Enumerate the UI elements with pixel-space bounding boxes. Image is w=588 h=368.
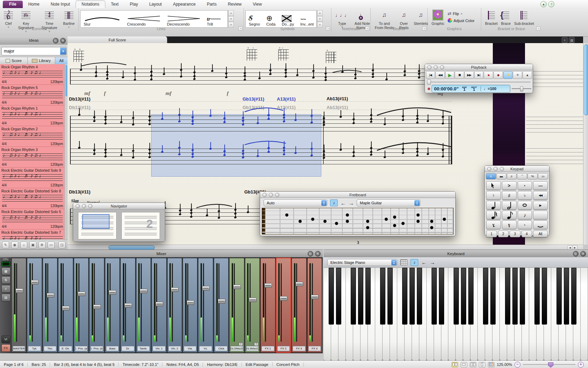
keypad-voice-1[interactable]: 1 bbox=[486, 231, 497, 237]
fretboard-preset-select[interactable]: Auto▲▼ bbox=[264, 199, 327, 206]
piano-black-key[interactable] bbox=[402, 268, 407, 325]
piano-black-key[interactable] bbox=[417, 268, 422, 325]
qwerty-input-icon[interactable] bbox=[400, 259, 407, 265]
piano-black-key[interactable] bbox=[351, 268, 356, 325]
keypad-tab-jazz-articulations[interactable]: % bbox=[527, 173, 538, 179]
fader-handle[interactable] bbox=[280, 296, 287, 301]
keypad-voice-3[interactable]: 3 bbox=[510, 231, 520, 237]
idea-item[interactable]: Rock Electric Guitar Distorted Solo 5♩♫♪… bbox=[0, 209, 65, 230]
keypad-key-flat[interactable]: ♭ bbox=[518, 191, 532, 200]
fretboard-titlebar[interactable]: Fretboard bbox=[260, 192, 455, 198]
follow-notes-toggle[interactable]: ♪ bbox=[330, 199, 338, 206]
clef-button[interactable]: Clef ▼ bbox=[4, 9, 13, 29]
skip-to-end-button[interactable]: ▶| bbox=[474, 71, 484, 79]
piano-black-key[interactable] bbox=[461, 268, 466, 325]
chord-diagram[interactable]: ×○ × bbox=[278, 49, 289, 61]
status-item-concert-pitch[interactable]: Concert Pitch bbox=[273, 362, 304, 367]
performance-button[interactable]: ▲ bbox=[523, 71, 532, 79]
skip-to-start-button[interactable]: |◀ bbox=[426, 71, 435, 79]
fader-handle[interactable] bbox=[202, 286, 210, 291]
keypad-voice-all[interactable]: All bbox=[533, 231, 548, 237]
fader-handle[interactable] bbox=[249, 298, 257, 302]
detach-panel-icon[interactable]: ◱ bbox=[573, 251, 579, 257]
ribbon-tab-notations[interactable]: Notations bbox=[76, 0, 105, 8]
mixer-strip-click-12[interactable]: Click bbox=[214, 258, 229, 353]
status-item-page-1-of-6[interactable]: Page 1 of 6 bbox=[0, 362, 28, 367]
keypad-tab-common-notes[interactable]: o bbox=[486, 173, 496, 179]
note-dot[interactable] bbox=[443, 218, 446, 221]
piano-black-key[interactable] bbox=[483, 268, 488, 325]
minimize-icon[interactable] bbox=[434, 65, 438, 69]
minimize-ribbon-button[interactable]: ▲ bbox=[540, 1, 547, 7]
coda-gallery-item[interactable]: ⊕ Coda bbox=[263, 11, 279, 27]
mixer-strip-tamb-7[interactable]: Tamb. bbox=[136, 258, 151, 353]
keypad-key-blank[interactable] bbox=[533, 211, 548, 219]
mixer-header[interactable]: Mixer ◱✕ bbox=[0, 250, 323, 258]
status-item-bars[interactable]: Bars: 25 bbox=[28, 362, 50, 367]
piano-black-key[interactable] bbox=[365, 268, 371, 325]
dynamic-mark[interactable]: f bbox=[104, 90, 106, 96]
keypad-key-tenuto[interactable]: — bbox=[533, 181, 548, 190]
piano-black-key[interactable] bbox=[564, 268, 569, 325]
gear-icon[interactable]: ⚙ bbox=[38, 241, 46, 248]
playback-titlebar[interactable]: Playback bbox=[425, 64, 533, 70]
ideas-scrollbar[interactable] bbox=[64, 64, 68, 239]
zoom-out-button[interactable]: − bbox=[514, 362, 520, 368]
notehead-type-button[interactable]: ♩♩♩ Type ▼ bbox=[335, 9, 349, 29]
decrescendo-gallery-item[interactable]: Decrescendo bbox=[164, 11, 204, 27]
copy-idea-icon[interactable]: ▣ bbox=[29, 241, 36, 248]
fader-handle[interactable] bbox=[15, 288, 23, 293]
piano-black-key[interactable] bbox=[439, 268, 444, 325]
ribbon-tab-review[interactable]: Review bbox=[222, 1, 247, 8]
ideas-search-input[interactable] bbox=[2, 49, 60, 54]
piano-black-key[interactable] bbox=[556, 268, 562, 325]
fader-handle[interactable] bbox=[264, 283, 272, 288]
capture-idea-icon[interactable]: ◉ bbox=[11, 241, 18, 248]
ribbon-tab-view[interactable]: View bbox=[247, 1, 267, 8]
fast-forward-button[interactable]: ▶▶ bbox=[464, 71, 474, 79]
zoom-icon[interactable] bbox=[88, 204, 92, 208]
chord-diagram[interactable]: × × bbox=[74, 51, 84, 62]
mixer-strip-bass-5[interactable]: Bass bbox=[105, 258, 120, 353]
keypad-key-forward[interactable]: ▶ bbox=[533, 201, 548, 210]
mixer-strip-vln-2-9[interactable]: Vln. 2 bbox=[167, 258, 182, 353]
piano-black-key[interactable] bbox=[534, 268, 540, 325]
lines-gallery-scroll[interactable]: ▲▼▼ bbox=[228, 10, 234, 28]
mixer-strip-fx-4-18[interactable]: FX 4 bbox=[307, 258, 322, 353]
tab-score[interactable]: Score bbox=[0, 57, 28, 64]
view-panorama-icon[interactable] bbox=[488, 362, 495, 367]
mixer-strips-button[interactable]: ≡ bbox=[1, 285, 10, 293]
navigator-body[interactable]: 2 bbox=[73, 209, 165, 241]
bracket-button[interactable]: Bracket bbox=[485, 9, 498, 26]
keypad-voice-4[interactable]: 4 bbox=[522, 231, 532, 237]
ideas-panel-header[interactable]: Ideas ◱✕ bbox=[0, 36, 68, 45]
ribbon-tab-appearance[interactable]: Appearance bbox=[167, 1, 201, 8]
dynamic-mark[interactable]: mf bbox=[166, 90, 172, 96]
keypad-tab-accidentals[interactable]: ♭♭ bbox=[538, 173, 548, 179]
chord-symbol[interactable]: Db13(#11) bbox=[69, 96, 90, 102]
minimize-icon[interactable] bbox=[82, 204, 86, 208]
adjust-color-button[interactable]: Adjust Color bbox=[448, 18, 475, 23]
graphic-button[interactable]: Graphic bbox=[432, 9, 444, 26]
keypad-key-augmentation-dot[interactable]: · bbox=[518, 220, 532, 229]
navigator-page2[interactable] bbox=[121, 212, 160, 239]
note-dot[interactable] bbox=[285, 213, 288, 217]
tempo-thumb[interactable] bbox=[520, 86, 523, 91]
next-arrow-icon[interactable]: → bbox=[349, 200, 354, 206]
tab-all[interactable]: All bbox=[55, 57, 68, 64]
fader-handle[interactable] bbox=[78, 292, 85, 296]
dynamic-mark[interactable]: mf bbox=[84, 90, 90, 96]
beams-dialog-launcher-icon[interactable]: ↘ bbox=[422, 26, 426, 30]
piano-black-key[interactable] bbox=[387, 268, 393, 325]
piano-black-key[interactable] bbox=[432, 268, 437, 325]
keypad-key-accent[interactable]: > bbox=[502, 181, 517, 190]
zoom-slider[interactable] bbox=[523, 362, 575, 367]
keypad-key-quarter-note[interactable] bbox=[486, 201, 501, 210]
fretboard-neck[interactable] bbox=[262, 208, 454, 234]
close-icon[interactable] bbox=[262, 193, 267, 197]
stemlets-button[interactable]: ♫ Stemlets bbox=[414, 9, 428, 26]
lightbulb-icon[interactable]: ☼ bbox=[20, 241, 27, 248]
fader-handle[interactable] bbox=[93, 305, 101, 309]
keypad-key-staccato[interactable]: · bbox=[518, 181, 532, 190]
new-tab-button[interactable]: + bbox=[562, 37, 568, 43]
